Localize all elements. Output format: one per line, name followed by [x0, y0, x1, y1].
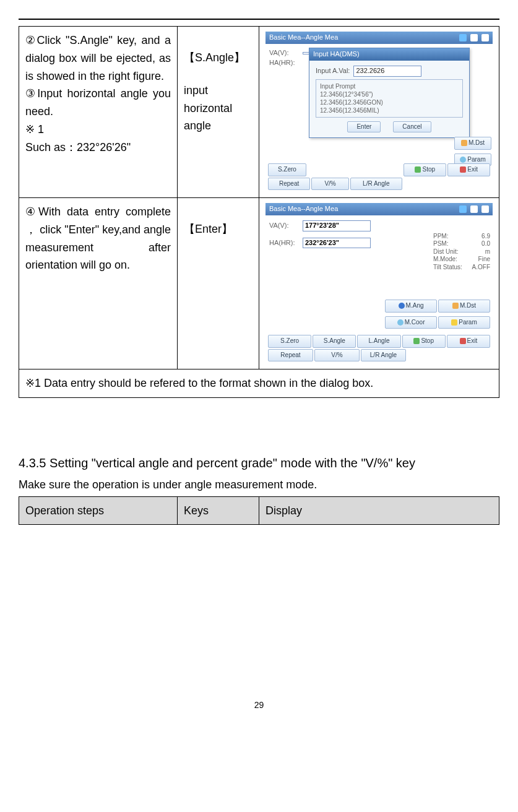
mdst-button[interactable]: M.Dst: [454, 137, 491, 150]
exit-icon: [460, 338, 466, 344]
side-value: A.OFF: [472, 264, 490, 272]
page-number: 29: [19, 698, 499, 712]
btn-label: M.Dst: [468, 139, 485, 146]
keys-cell: 【S.Angle】 input horizontal angle: [178, 27, 259, 198]
step-text: ④With data entry complete ， click "Enter…: [25, 203, 171, 274]
btn-label: M.Coor: [405, 319, 425, 326]
side-label: Dist Unit:: [433, 248, 459, 256]
stop-icon: [413, 338, 420, 344]
exit-icon: [460, 166, 466, 173]
repeat-button[interactable]: Repeat: [268, 349, 313, 362]
dialog-enter-button[interactable]: Enter: [347, 121, 381, 133]
th-op: Operation steps: [19, 496, 178, 525]
keys-text: 【S.Angle】: [184, 49, 253, 67]
btn-label: Exit: [467, 166, 478, 173]
bluetooth-icon: [459, 205, 467, 213]
btn-label: Stop: [421, 337, 434, 344]
side-value: m: [485, 248, 490, 256]
keys-text: 【Enter】: [184, 220, 253, 238]
status-icon: [481, 34, 489, 41]
btn-label: Stop: [422, 166, 435, 173]
vpct-button[interactable]: V/%: [311, 178, 349, 191]
window-titlebar: Basic Mea--Angle Mea: [265, 32, 493, 44]
titlebar-icons: [459, 205, 489, 213]
example-text: Such as：232°26'26": [25, 139, 171, 157]
va-value: 177°23'28": [303, 220, 371, 231]
stop-button[interactable]: Stop: [404, 163, 446, 176]
mdst-icon: [461, 140, 467, 146]
va-label: VA(V):: [269, 49, 299, 58]
display-cell: Basic Mea--Angle Mea VA(V): 177°23'28": [259, 198, 499, 369]
param-icon: [451, 319, 457, 326]
table-row: ※1 Data entry should be refered to the f…: [19, 369, 499, 398]
ha-value: 232°26'23": [303, 238, 371, 249]
va-label: VA(V):: [269, 222, 299, 230]
mang-icon: [399, 303, 405, 309]
side-value: 6.9: [481, 233, 490, 241]
stop-icon: [415, 166, 421, 173]
screenshot-2: Basic Mea--Angle Mea VA(V): 177°23'28": [265, 203, 493, 364]
param-button[interactable]: Param: [438, 316, 490, 329]
exit-button[interactable]: Exit: [447, 163, 490, 176]
lrangle-button[interactable]: L/R Angle: [361, 349, 406, 362]
btn-label: Exit: [467, 337, 478, 344]
screenshot-1: Basic Mea--Angle Mea VA(V):: [265, 32, 493, 192]
mdst-button[interactable]: M.Dst: [438, 300, 490, 313]
section-header-table: Operation steps Keys Display: [19, 496, 499, 525]
th-display: Display: [259, 496, 499, 525]
section-note: Make sure the operation is under angle m…: [19, 476, 499, 494]
lrangle-button[interactable]: L/R Angle: [350, 178, 402, 191]
status-icon: [481, 205, 489, 213]
step-text: ③Input horizontal angle you need.: [25, 85, 171, 121]
prompt-title: Input Prompt: [320, 82, 459, 90]
keys-text: input horizontal angle: [184, 82, 253, 135]
side-label: PSM:: [433, 240, 448, 248]
side-value: Fine: [478, 256, 490, 264]
ha-label: HA(HR):: [269, 59, 299, 67]
titlebar-icons: [459, 34, 489, 41]
side-label: PPM:: [433, 233, 448, 241]
btn-label: M.Dst: [460, 302, 476, 309]
keys-cell: 【Enter】: [178, 198, 259, 369]
dialog-input[interactable]: 232.2626: [353, 66, 421, 77]
repeat-button[interactable]: Repeat: [268, 178, 310, 191]
window-titlebar: Basic Mea--Angle Mea: [265, 203, 493, 215]
langle-button[interactable]: L.Angle: [357, 335, 400, 348]
dialog-cancel-button[interactable]: Cancel: [393, 121, 431, 133]
mcoor-button[interactable]: M.Coor: [385, 316, 437, 329]
prompt-line: 12.3456(12°34'56"): [320, 90, 459, 98]
table-row: ④With data entry complete ， click "Enter…: [19, 198, 499, 369]
exit-button[interactable]: Exit: [447, 335, 490, 348]
step-text: ②Click "S.Angle" key, and a dialog box w…: [25, 32, 171, 85]
vpct-button[interactable]: V/%: [314, 349, 360, 362]
mcoor-icon: [397, 319, 404, 326]
window-title: Basic Mea--Angle Mea: [269, 205, 338, 214]
status-icon: [470, 205, 478, 213]
szero-button[interactable]: S.Zero: [268, 163, 306, 176]
bluetooth-icon: [459, 34, 467, 41]
mang-button[interactable]: M.Ang: [385, 300, 437, 313]
side-value: 0.0: [481, 240, 490, 248]
window-title: Basic Mea--Angle Mea: [269, 33, 338, 42]
sangle-button[interactable]: S.Angle: [313, 335, 356, 348]
instruction-table: ②Click "S.Angle" key, and a dialog box w…: [19, 26, 499, 398]
footnote-cell: ※1 Data entry should be refered to the f…: [19, 369, 499, 398]
status-pane: PPM:6.9 PSM:0.0 Dist Unit:m M.Mode:Fine …: [433, 233, 490, 272]
prompt-line: 12.3456(12.3456MIL): [320, 106, 459, 114]
op-cell: ②Click "S.Angle" key, and a dialog box w…: [19, 27, 178, 198]
input-prompt-box: Input Prompt 12.3456(12°34'56") 12.3456(…: [316, 79, 463, 118]
stop-button[interactable]: Stop: [402, 335, 446, 348]
btn-label: Param: [459, 319, 477, 326]
side-label: M.Mode:: [433, 256, 457, 264]
btn-label: M.Ang: [406, 302, 424, 309]
top-rule: [19, 19, 499, 20]
ha-label: HA(HR):: [269, 239, 299, 248]
section-heading: 4.3.5 Setting "vertical angle and percen…: [19, 454, 499, 472]
side-label: Tilt Status:: [433, 264, 462, 272]
status-icon: [470, 34, 478, 41]
table-row: ②Click "S.Angle" key, and a dialog box w…: [19, 27, 499, 198]
th-keys: Keys: [178, 496, 259, 525]
note-mark: ※ 1: [25, 121, 171, 139]
dialog-input-label: Input A.Val:: [316, 67, 350, 76]
szero-button[interactable]: S.Zero: [268, 335, 311, 348]
